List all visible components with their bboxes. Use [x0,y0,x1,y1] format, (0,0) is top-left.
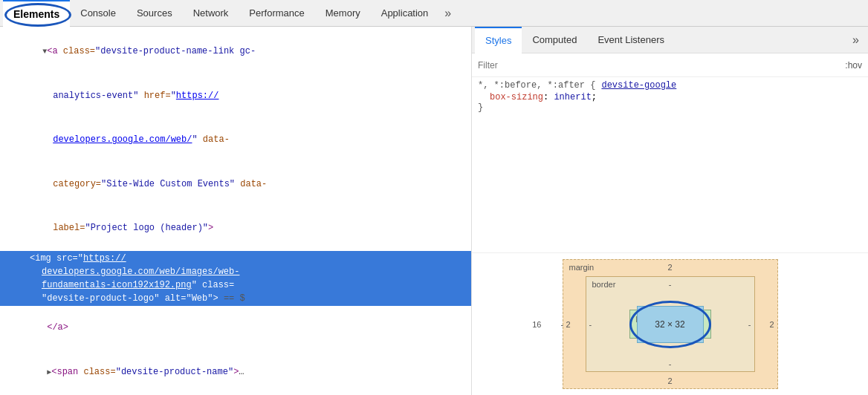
tab-styles[interactable]: Styles [475,27,522,53]
tab-computed[interactable]: Computed [522,27,587,53]
margin-left-value: 2 [566,320,571,329]
box-content: 32 × 32 [637,306,704,343]
tab-event-listeners-label: Event Listeners [597,34,664,45]
side-right-label-16: 16 [532,320,541,329]
box-margin: margin 2 2 2 2 border - - [563,259,778,389]
content-size-label: 32 × 32 [655,319,684,330]
border-left-value: - [589,320,592,329]
filter-pseudo-label: :hov [845,60,862,71]
devtools-tab-bar: Elements Console Sources Network Perform… [0,0,868,27]
dom-line: developers.google.com/web/" data- [0,118,471,163]
tab-network[interactable]: Network [183,0,239,27]
right-tab-bar: Styles Computed Event Listeners » [472,27,868,53]
tab-more-button[interactable]: » [438,0,457,27]
css-property-value[interactable]: inherit [554,92,591,102]
css-selector: *, *:before, *:after { [478,80,595,91]
box-model-container: margin 2 2 2 2 border - - [563,259,778,389]
main-content: ▼<a class="devsite-product-name-link gc-… [0,27,868,395]
dom-line: ▼<a class="devsite-product-name-link gc- [0,30,471,74]
border-bottom-value: - [669,359,672,368]
css-property-row: box-sizing: inherit; [478,92,862,102]
css-closing-brace: } [478,102,862,113]
dom-line: ▶<span class="devsite-product-name">… [0,350,471,394]
tab-elements[interactable]: Elements [3,0,70,27]
box-border: border - - - - padding [586,276,755,372]
tab-application-label: Application [381,7,429,19]
tab-computed-label: Computed [532,34,577,45]
tab-performance-label: Performance [249,7,304,19]
tab-performance[interactable]: Performance [239,0,314,27]
filter-bar: :hov [472,53,868,77]
margin-top-value: 2 [667,263,672,272]
tab-console-label: Console [80,7,116,19]
tab-styles-label: Styles [485,35,511,46]
dom-line-selected[interactable]: <img src="https:// developers.google.com… [0,251,471,306]
dom-line: analytics-event" href="https:// [0,74,471,119]
margin-label: margin [569,263,595,272]
tab-event-listeners[interactable]: Event Listeners [587,27,675,53]
right-panel: Styles Computed Event Listeners » :hov *… [472,27,868,395]
tab-application[interactable]: Application [371,0,439,27]
css-source-link[interactable]: devsite-google [601,80,676,91]
filter-input[interactable] [478,60,845,71]
tab-memory-label: Memory [326,7,360,19]
tab-sources[interactable]: Sources [126,0,183,27]
dom-line: label="Project logo (header)"> [0,206,471,251]
margin-right-value: 2 [769,320,774,329]
css-rule-header: *, *:before, *:after { devsite-google [478,80,862,91]
tab-network-label: Network [193,7,229,19]
side-left-label: - [561,320,564,329]
border-label: border [592,280,616,289]
tab-memory[interactable]: Memory [315,0,371,27]
border-right-value: - [748,320,751,329]
css-property-name[interactable]: box-sizing [490,92,543,102]
tab-console[interactable]: Console [70,0,126,27]
tab-elements-label: Elements [13,8,59,20]
tab-sources-label: Sources [137,7,172,19]
box-padding: padding 32 × 32 [629,310,711,339]
margin-bottom-value: 2 [667,376,672,385]
css-rule: *, *:before, *:after { devsite-google bo… [478,80,862,113]
dom-line: </a> [0,306,471,350]
box-model-section: margin 2 2 2 2 border - - [472,252,868,395]
dom-panel: ▼<a class="devsite-product-name-link gc-… [0,27,472,395]
css-rules-panel: *, *:before, *:after { devsite-google bo… [472,77,868,252]
right-tab-more-button[interactable]: » [846,33,865,47]
dom-line: category="Site-Wide Custom Events" data- [0,163,471,207]
border-top-value: - [669,280,672,289]
